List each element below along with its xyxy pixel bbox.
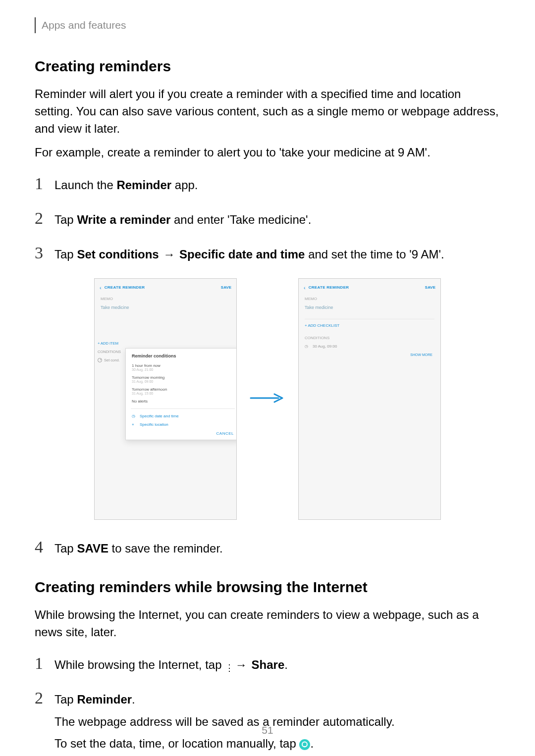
- s2step2-line3-post: .: [310, 737, 314, 750]
- breadcrumb: Apps and features: [35, 17, 500, 33]
- option-1hour[interactable]: 1 hour from now 30 Aug, 21:00: [132, 363, 234, 371]
- opt3-sub: 31 Aug, 15:00: [132, 392, 234, 395]
- back-icon[interactable]: ‹: [304, 285, 306, 291]
- step-1b: 1 While browsing the Internet, tap ⋮ → S…: [35, 651, 500, 679]
- conditions-label: CONDITIONS: [305, 336, 329, 340]
- reminder-icon: [299, 739, 310, 750]
- set-cond-text: Set cond.: [104, 358, 120, 362]
- s2step1-pre: While browsing the Internet, tap: [54, 658, 225, 671]
- s2step1-post: .: [284, 658, 288, 671]
- step2-pre: Tap: [54, 213, 77, 226]
- screen-title: CREATE REMINDER: [309, 285, 425, 290]
- opt3-label: Tomorrow afternoon: [132, 387, 234, 392]
- memo-label: MEMO: [299, 297, 440, 301]
- opt4-label: No alerts: [132, 399, 234, 403]
- clock-icon: ◷: [132, 414, 137, 418]
- conditions-popup: Reminder conditions 1 hour from now 30 A…: [125, 348, 237, 440]
- option-no-alerts[interactable]: No alerts: [132, 399, 234, 403]
- add-item-link[interactable]: + ADD ITEM: [98, 341, 122, 346]
- conditions-label: CONDITIONS: [98, 350, 122, 354]
- step-number: 3: [35, 241, 54, 265]
- clock-icon: [98, 358, 102, 362]
- page-number: 51: [0, 724, 535, 736]
- section1-steps-cont: 4 Tap SAVE to save the reminder.: [35, 535, 500, 562]
- step3-bold2: Specific date and time: [179, 248, 305, 261]
- save-button[interactable]: SAVE: [221, 285, 231, 290]
- step-number: 2: [35, 206, 54, 230]
- step4-pre: Tap: [54, 542, 77, 555]
- arrow-right-icon: →: [231, 658, 251, 671]
- step4-bold: SAVE: [77, 542, 108, 555]
- step-2: 2 Tap Write a reminder and enter 'Take m…: [35, 206, 500, 234]
- link2-text: Specific location: [140, 422, 168, 427]
- save-button[interactable]: SAVE: [425, 285, 435, 290]
- memo-text[interactable]: Take medicine: [299, 301, 440, 319]
- screenshot-before: ‹ CREATE REMINDER SAVE MEMO Take medicin…: [94, 278, 237, 520]
- s2step2-pre: Tap: [54, 693, 77, 706]
- memo-label: MEMO: [95, 297, 236, 301]
- step-2b: 2 Tap Reminder. The webpage address will…: [35, 686, 500, 756]
- step3-post: and set the time to '9 AM'.: [305, 248, 444, 261]
- opt2-label: Tomorrow morning: [132, 375, 234, 380]
- example-screenshots: ‹ CREATE REMINDER SAVE MEMO Take medicin…: [35, 278, 500, 520]
- step4-post: to save the reminder.: [108, 542, 223, 555]
- step-4: 4 Tap SAVE to save the reminder.: [35, 535, 500, 562]
- screenshot-after: ‹ CREATE REMINDER SAVE MEMO Take medicin…: [298, 278, 441, 520]
- step-number: 2: [35, 686, 54, 710]
- section1-steps: 1 Launch the Reminder app. 2 Tap Write a…: [35, 171, 500, 268]
- opt1-label: 1 hour from now: [132, 363, 234, 368]
- condition-time[interactable]: ◷30 Aug, 09:00: [299, 343, 440, 352]
- step1-pre: Launch the: [54, 178, 116, 192]
- step-number: 4: [35, 535, 54, 559]
- cancel-button[interactable]: CANCEL: [132, 431, 234, 436]
- show-more-link[interactable]: SHOW MORE: [299, 352, 440, 358]
- step1-bold: Reminder: [116, 178, 171, 192]
- option-tomorrow-afternoon[interactable]: Tomorrow afternoon 31 Aug, 15:00: [132, 387, 234, 395]
- step2-post: and enter 'Take medicine'.: [170, 213, 311, 226]
- step-number: 1: [35, 171, 54, 196]
- more-options-icon: ⋮: [225, 665, 231, 670]
- s2step2-bold: Reminder: [77, 693, 132, 706]
- section1-para1: Reminder will alert you if you create a …: [35, 86, 500, 137]
- screen-title: CREATE REMINDER: [105, 285, 221, 290]
- option-tomorrow-morning[interactable]: Tomorrow morning 31 Aug, 09:00: [132, 375, 234, 383]
- popup-title: Reminder conditions: [132, 353, 234, 358]
- step3-pre: Tap: [54, 248, 77, 261]
- section-heading-1: Creating reminders: [35, 58, 500, 75]
- memo-text[interactable]: Take medicine: [95, 301, 236, 319]
- step-1: 1 Launch the Reminder app.: [35, 171, 500, 199]
- section1-para2: For example, create a reminder to alert …: [35, 144, 500, 161]
- condition-time-text: 30 Aug, 09:00: [313, 344, 337, 349]
- step2-bold: Write a reminder: [77, 213, 170, 226]
- transition-arrow-icon: [250, 391, 285, 407]
- specific-date-time-link[interactable]: ◷Specific date and time: [132, 414, 234, 418]
- step-3: 3 Tap Set conditions → Specific date and…: [35, 241, 500, 268]
- opt1-sub: 30 Aug, 21:00: [132, 368, 234, 371]
- link1-text: Specific date and time: [140, 414, 179, 418]
- clock-icon: ◷: [305, 344, 310, 349]
- set-conditions[interactable]: Set cond.: [98, 358, 122, 362]
- specific-location-link[interactable]: ⌖Specific location: [132, 422, 234, 427]
- s2step2-line3-pre: To set the data, time, or location manua…: [54, 737, 299, 750]
- step-number: 1: [35, 651, 54, 675]
- s2step2-post: .: [132, 693, 135, 706]
- step1-post: app.: [171, 178, 198, 192]
- opt2-sub: 31 Aug, 09:00: [132, 380, 234, 383]
- side-column: + ADD ITEM CONDITIONS Set cond.: [95, 338, 125, 365]
- location-icon: ⌖: [132, 422, 137, 427]
- section2-steps: 1 While browsing the Internet, tap ⋮ → S…: [35, 651, 500, 756]
- section-heading-2: Creating reminders while browsing the In…: [35, 579, 500, 596]
- s2step1-bold: Share: [252, 658, 285, 671]
- add-checklist-link[interactable]: + ADD CHECKLIST: [299, 322, 440, 330]
- arrow-right-icon: →: [159, 248, 179, 261]
- step3-bold1: Set conditions: [77, 248, 159, 261]
- back-icon[interactable]: ‹: [100, 285, 102, 291]
- section2-para1: While browsing the Internet, you can cre…: [35, 606, 500, 641]
